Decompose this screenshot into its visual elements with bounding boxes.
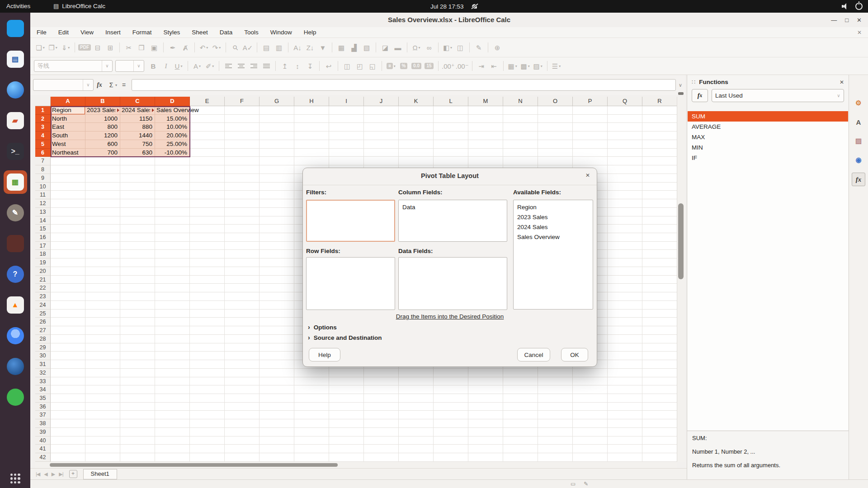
cell-H36[interactable]	[294, 403, 329, 411]
row-header-13[interactable]: 13	[35, 208, 51, 216]
cell-P34[interactable]	[573, 385, 608, 394]
cell-E37[interactable]	[190, 411, 225, 419]
cell-F9[interactable]	[225, 174, 259, 183]
cell-E23[interactable]	[190, 292, 225, 301]
cell-R21[interactable]	[642, 276, 677, 284]
cell-E39[interactable]	[190, 428, 225, 436]
cell-K36[interactable]	[399, 403, 434, 411]
cell-R19[interactable]	[642, 258, 677, 267]
cell-C11[interactable]	[120, 191, 155, 199]
cell-F36[interactable]	[225, 403, 259, 411]
cell-A35[interactable]	[51, 394, 85, 403]
cell-C36[interactable]	[120, 403, 155, 411]
cell-N42[interactable]	[503, 453, 538, 462]
cell-M42[interactable]	[468, 453, 503, 462]
cell-D34[interactable]	[155, 385, 190, 394]
maximize-button[interactable]: □	[845, 17, 849, 23]
cell-F33[interactable]	[225, 377, 259, 386]
cell-B5[interactable]: 600	[85, 140, 120, 149]
cell-P6[interactable]	[573, 149, 608, 157]
cell-B41[interactable]	[85, 445, 120, 453]
vertical-scrollbar[interactable]	[677, 97, 685, 462]
cell-I37[interactable]	[329, 411, 364, 419]
cell-F41[interactable]	[225, 445, 259, 453]
next-sheet-icon[interactable]: ▶	[52, 471, 55, 477]
cell-C10[interactable]	[120, 183, 155, 191]
cell-J42[interactable]	[364, 453, 399, 462]
row-header-34[interactable]: 34	[35, 385, 51, 394]
cell-N1[interactable]	[503, 106, 538, 115]
cell-A22[interactable]	[51, 284, 85, 292]
cell-B19[interactable]	[85, 258, 120, 267]
cell-Q4[interactable]	[608, 131, 642, 140]
cell-O6[interactable]	[538, 149, 573, 157]
dialog-close-icon[interactable]: ✕	[585, 172, 590, 178]
cell-L42[interactable]	[434, 453, 468, 462]
cell-J1[interactable]	[364, 106, 399, 115]
show-draw-functions-icon[interactable]: ✎	[473, 42, 485, 53]
cell-A24[interactable]	[51, 301, 85, 310]
cell-E4[interactable]	[190, 131, 225, 140]
cell-N38[interactable]	[503, 419, 538, 428]
cell-K33[interactable]	[399, 377, 434, 386]
cell-R6[interactable]	[642, 149, 677, 157]
cell-Q12[interactable]	[608, 199, 642, 208]
cell-A38[interactable]	[51, 419, 85, 428]
cell-H2[interactable]	[294, 115, 329, 123]
cell-Q9[interactable]	[608, 174, 642, 183]
cell-E40[interactable]	[190, 436, 225, 445]
freeze-rows-and-columns-icon[interactable]: ◧▾	[442, 42, 453, 53]
row-header-2[interactable]: 2	[35, 115, 51, 123]
cell-K35[interactable]	[399, 394, 434, 403]
border-style-icon[interactable]: ▩▾	[519, 60, 531, 72]
cell-G34[interactable]	[259, 385, 294, 394]
cell-C19[interactable]	[120, 258, 155, 267]
cell-A6[interactable]: Northeast	[51, 149, 85, 157]
cell-M5[interactable]	[468, 140, 503, 149]
cell-A25[interactable]	[51, 310, 85, 318]
cell-M41[interactable]	[468, 445, 503, 453]
cell-Q11[interactable]	[608, 191, 642, 199]
cell-R40[interactable]	[642, 436, 677, 445]
cell-A37[interactable]	[51, 411, 85, 419]
row-header-3[interactable]: 3	[35, 123, 51, 131]
column-header-L[interactable]: L	[434, 97, 468, 106]
cell-F42[interactable]	[225, 453, 259, 462]
cell-B10[interactable]	[85, 183, 120, 191]
add-decimal-place-icon[interactable]: .00⁺	[442, 60, 455, 72]
clock-button[interactable]: Jul 28 17:53	[430, 0, 477, 13]
background-color-icon[interactable]: ▨▾	[532, 60, 544, 72]
cell-D40[interactable]	[155, 436, 190, 445]
cell-Q23[interactable]	[608, 292, 642, 301]
format-as-percent-icon[interactable]: %	[398, 60, 410, 72]
cell-P36[interactable]	[573, 403, 608, 411]
function-average[interactable]: AVERAGE	[688, 122, 848, 132]
cell-E32[interactable]	[190, 369, 225, 377]
justified-icon[interactable]	[260, 60, 272, 72]
cell-R42[interactable]	[642, 453, 677, 462]
cell-M34[interactable]	[468, 385, 503, 394]
cell-B14[interactable]	[85, 216, 120, 225]
cell-A41[interactable]	[51, 445, 85, 453]
cell-E11[interactable]	[190, 191, 225, 199]
cell-C15[interactable]	[120, 225, 155, 233]
cell-C27[interactable]	[120, 326, 155, 335]
chevron-down-icon[interactable]: ▾	[115, 83, 117, 87]
cell-B29[interactable]	[85, 343, 120, 352]
cell-D1[interactable]: Sales Overview	[155, 106, 190, 115]
cell-J3[interactable]	[364, 123, 399, 131]
sort-ascending-icon[interactable]: A↓	[292, 42, 303, 53]
cell-A4[interactable]: South	[51, 131, 85, 140]
horizontal-scrollbar-thumb[interactable]	[50, 463, 338, 467]
highlighting-color-icon[interactable]: ✐▾	[204, 60, 216, 72]
cell-R22[interactable]	[642, 284, 677, 292]
cell-E31[interactable]	[190, 360, 225, 369]
vertical-split-handle[interactable]	[678, 92, 684, 95]
cell-E5[interactable]	[190, 140, 225, 149]
cell-G2[interactable]	[259, 115, 294, 123]
row-header-30[interactable]: 30	[35, 352, 51, 360]
column-header-D[interactable]: D	[155, 97, 190, 106]
bold-icon[interactable]: B	[147, 60, 159, 72]
cell-C16[interactable]	[120, 233, 155, 242]
cell-Q37[interactable]	[608, 411, 642, 419]
